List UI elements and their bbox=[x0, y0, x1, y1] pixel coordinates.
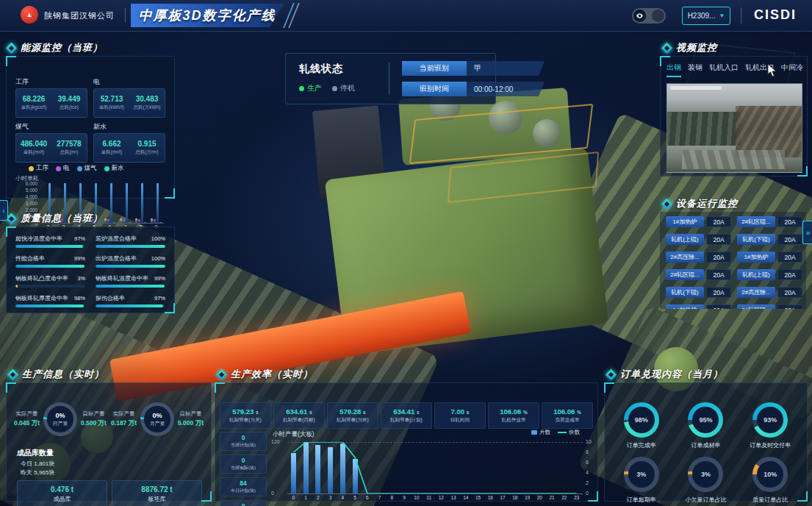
energy-legend-label: 煤气 bbox=[85, 164, 97, 173]
equipment-entry: 1#加热炉20A bbox=[737, 252, 802, 263]
quality-bar-fill bbox=[15, 265, 85, 268]
slab-stock-card: 8876.72 t 板坯库 bbox=[112, 480, 202, 506]
hourly-xtick: 0 bbox=[287, 495, 300, 500]
equipment-label-chip[interactable]: 2#高压除... bbox=[666, 252, 704, 263]
order-donut-label: 订单超期率 bbox=[627, 496, 656, 504]
diamond-icon bbox=[661, 198, 673, 210]
equipment-current-value: 20A bbox=[777, 252, 802, 263]
video-tab-1[interactable]: 出钢 bbox=[667, 63, 681, 77]
efficiency-card-unit: % bbox=[522, 410, 528, 415]
quality-item-label: 探伤合格率 bbox=[96, 294, 125, 302]
hourly-xtick: 17 bbox=[497, 495, 509, 500]
energy-metric: 68.226单耗(kgce/t) bbox=[16, 89, 51, 117]
stock-section-title: 成品库数量 bbox=[17, 448, 54, 458]
legend-production: 生产 bbox=[299, 83, 322, 93]
equipment-label-chip[interactable]: 轧机(上辊) bbox=[737, 269, 775, 280]
camera-select-dropdown[interactable]: H2309... ▼ bbox=[682, 7, 730, 25]
efficiency-cards: 579.23 s轧制节奏(当天)634.61 s轧制节奏(目标)579.28 s… bbox=[220, 402, 593, 429]
hourly-ytick-right: 4 bbox=[586, 470, 589, 475]
efficiency-card-value: 106.06 % bbox=[553, 407, 581, 416]
shift-name-label: 当前班别 bbox=[402, 61, 467, 76]
equipment-label-chip[interactable]: 2#轧区辊... bbox=[666, 269, 704, 280]
equipment-entry: 2#轧区辊...20A bbox=[666, 269, 731, 280]
energy-group-name: 电 bbox=[93, 77, 165, 87]
energy-metric-value: 39.449 bbox=[58, 95, 81, 103]
efficiency-card-value: 579.23 s bbox=[232, 407, 258, 416]
video-feed[interactable] bbox=[667, 83, 802, 173]
equipment-current-value: 20A bbox=[706, 269, 731, 280]
visibility-toggle[interactable] bbox=[632, 8, 666, 24]
header-divider bbox=[125, 8, 126, 23]
energy-group: 电52.713单耗(kWh/t)30.483总耗(万kWh) bbox=[93, 77, 165, 118]
hourly-ytick-right: 0 bbox=[586, 491, 589, 496]
equipment-label-chip[interactable]: 轧机(下辊) bbox=[737, 234, 775, 245]
orders-panel: 98%订单完成率95%订单成材率93%订单及时交付率3%订单超期率3%小欠量订单… bbox=[604, 382, 808, 502]
stock-cards: 0.476 t 成品库 8876.72 t 板坯库 bbox=[17, 480, 202, 506]
equipment-panel-title: 设备运行监控 bbox=[663, 197, 738, 210]
energy-bar bbox=[154, 219, 156, 223]
efficiency-card-7: 106.06 %负荷达成率 bbox=[542, 402, 593, 429]
energy-metric: 52.713单耗(kWh/t) bbox=[94, 89, 129, 117]
left-edge-tab[interactable]: ‹ bbox=[0, 200, 8, 221]
video-panel-title: 视频监控 bbox=[663, 41, 717, 54]
equipment-label-chip[interactable]: 1#加热炉 bbox=[666, 304, 704, 309]
efficiency-card-value: 106.06 % bbox=[500, 407, 528, 416]
energy-group-card: 52.713单耗(kWh/t)30.483总耗(万kWh) bbox=[93, 88, 165, 118]
hourly-xtick: 8 bbox=[386, 495, 398, 500]
energy-groups: 工序68.226单耗(kgce/t)39.449总耗(tce)电52.713单耗… bbox=[15, 77, 165, 163]
efficiency-side-card-2: 0当班实际(块) bbox=[220, 455, 267, 474]
quality-bar-fill bbox=[96, 245, 165, 248]
equipment-label-chip[interactable]: 1#加热炉 bbox=[666, 216, 704, 227]
title-slash bbox=[288, 3, 300, 28]
hourly-xtick: 23 bbox=[570, 495, 583, 500]
energy-bar bbox=[135, 218, 137, 223]
video-tab-3[interactable]: 轧机入口 bbox=[709, 63, 739, 77]
equipment-label-chip[interactable]: 轧机(上辊) bbox=[666, 234, 704, 245]
hourly-output-chart: 小时产量(大板) 片数 块数 0123456789101112131415161… bbox=[271, 429, 593, 506]
stock-bar-today: 今日 1,801块 bbox=[17, 460, 54, 468]
energy-metric-value: 277578 bbox=[57, 140, 81, 148]
energy-metric-label: 单耗(m³/t) bbox=[24, 149, 45, 156]
expand-chevron[interactable]: » bbox=[802, 221, 812, 244]
quality-item-value: 3% bbox=[77, 275, 85, 282]
quality-bar-track bbox=[15, 265, 85, 268]
equipment-label-chip[interactable]: 1#加热炉 bbox=[737, 252, 775, 263]
video-tab-5[interactable]: 中间冷 bbox=[781, 63, 803, 77]
equipment-panel: 1#加热炉20A2#轧区辊...20A轧机(上辊)20A轧机(下辊)20A2#高… bbox=[660, 212, 806, 309]
equipment-entry: 2#高压除...20A bbox=[666, 252, 731, 263]
quality-bar-fill bbox=[96, 285, 165, 288]
order-donut: 10% bbox=[752, 457, 788, 492]
efficiency-card-1: 579.23 s轧制节奏(当天) bbox=[220, 402, 271, 429]
energy-group: 新水6.662单耗(m³/t)0.915总耗(万m³) bbox=[93, 122, 165, 163]
energy-legend-item: 工序 bbox=[29, 164, 48, 173]
quality-item-label: 钢板终轧温度命中率 bbox=[96, 274, 148, 282]
equipment-label-chip[interactable]: 2#轧区辊... bbox=[737, 304, 775, 309]
energy-metric: 277578总耗(m³) bbox=[51, 134, 87, 162]
hourly-xtick: 15 bbox=[472, 495, 484, 500]
quality-bar-fill bbox=[96, 265, 165, 268]
production-rings: 实际产量 0.045 万t 0% 日产量 目标产量 0.500 万t 实际产量 bbox=[14, 402, 204, 436]
production-panel-title: 生产信息（实时） bbox=[9, 368, 104, 381]
energy-bar-group bbox=[118, 183, 133, 223]
efficiency-card-4: 634.41 s轧制节奏(计划) bbox=[381, 402, 432, 429]
monthly-output-group: 实际产量 0.187 万t 0% 月产量 目标产量 5.000 万t bbox=[111, 402, 204, 436]
equipment-entry: 1#加热炉20A bbox=[666, 304, 731, 309]
equipment-label-chip[interactable]: 轧机(下辊) bbox=[666, 287, 704, 298]
energy-metric-label: 单耗(kgce/t) bbox=[21, 104, 47, 111]
diamond-icon bbox=[606, 368, 617, 380]
efficiency-card-value: 634.61 s bbox=[286, 407, 312, 416]
equipment-label-chip[interactable]: 2#高压除... bbox=[737, 287, 775, 298]
hourly-xtick: 4 bbox=[337, 495, 349, 500]
side-card-label: 今日计划(块) bbox=[231, 488, 256, 494]
hourly-xtick: 22 bbox=[558, 495, 571, 500]
equipment-label-chip[interactable]: 2#轧区辊... bbox=[737, 216, 775, 227]
equipment-current-value: 20A bbox=[777, 269, 802, 280]
quality-bar-track bbox=[15, 285, 85, 288]
production-panel: 实际产量 0.045 万t 0% 日产量 目标产量 0.500 万t 实际产量 bbox=[6, 382, 212, 502]
hourly-xtick: 2 bbox=[312, 495, 325, 500]
video-tab-2[interactable]: 装钢 bbox=[688, 63, 703, 77]
energy-metric-value: 30.483 bbox=[136, 95, 159, 103]
quality-item-value: 100% bbox=[151, 255, 165, 262]
legend-dot-icon bbox=[56, 166, 61, 171]
header-bar: ▲ 陕钢集团汉钢公司 中厚板3D数字化产线 H2309... ▼ CISDI bbox=[0, 0, 812, 32]
